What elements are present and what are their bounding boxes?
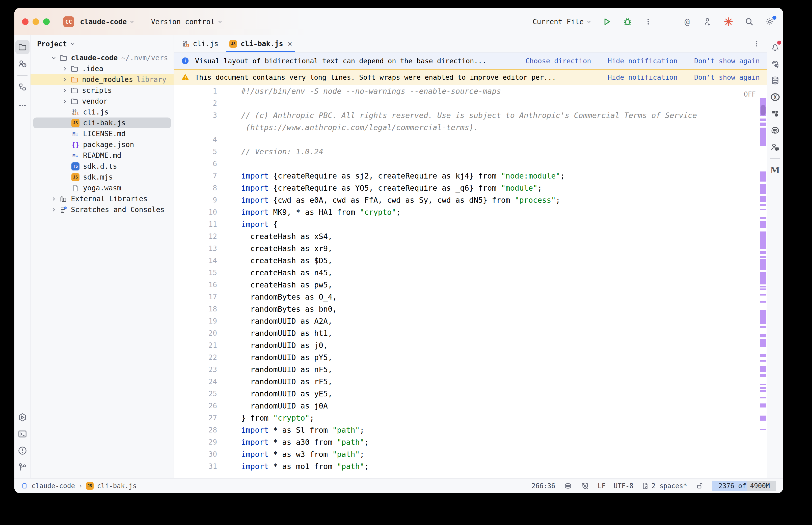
debug-button[interactable] [622, 16, 633, 27]
chevron-right-icon[interactable] [60, 98, 70, 104]
breadcrumb-file[interactable]: cli-bak.js [97, 482, 137, 490]
run-button[interactable] [601, 16, 612, 27]
chevron-right-icon[interactable] [60, 66, 70, 72]
code-line[interactable]: 9import {cwd as e0A, cwd as FfA, cwd as … [174, 194, 767, 206]
tree-item-vendor[interactable]: vendor [31, 96, 174, 107]
code-line[interactable]: 22 randomUUID as pY5, [174, 351, 767, 364]
chevron-right-icon[interactable] [49, 207, 59, 213]
tree-item-license-md[interactable]: M↓LICENSE.md [31, 128, 174, 139]
code-line[interactable]: 20 randomUUID as ht1, [174, 327, 767, 340]
problems-tool-button[interactable] [15, 444, 30, 458]
version-control-tool-button[interactable] [15, 460, 30, 474]
vcs-widget[interactable]: Version control [151, 18, 223, 26]
services-tool-button[interactable] [15, 410, 30, 424]
tree-item-package-json[interactable]: {}package.json [31, 139, 174, 150]
inspections-widget[interactable] [581, 481, 590, 491]
code-editor[interactable]: 1#!/usr/bin/env -S node --no-warnings --… [174, 85, 767, 478]
more-tool-windows-button[interactable] [15, 96, 30, 111]
code-line[interactable]: 13 createHash as xr9, [174, 243, 767, 255]
code-line[interactable]: 1#!/usr/bin/env -S node --no-warnings --… [174, 85, 767, 97]
settings-button[interactable] [764, 16, 776, 27]
tree-item-readme-md[interactable]: M↓README.md [31, 150, 174, 161]
choose-direction-link[interactable]: Choose direction [525, 57, 591, 65]
code-line[interactable]: 11import { [174, 219, 767, 230]
code-line[interactable]: 25 randomUUID as yE5, [174, 388, 767, 400]
code-line[interactable]: 15 createHash as n45, [174, 267, 767, 279]
maximize-window-button[interactable] [43, 18, 50, 25]
tree-item-yoga-wasm[interactable]: yoga.wasm [31, 183, 174, 193]
tree-item-claude-code[interactable]: claude-code~/.nvm/vers [31, 52, 174, 63]
chevron-right-icon[interactable] [49, 196, 59, 202]
code-line[interactable]: 30import * as w3 from "path"; [174, 448, 767, 461]
code-line[interactable]: 8import {createRequire as YQ5, createReq… [174, 182, 767, 194]
tree-item-sdk-d-ts[interactable]: TSsdk.d.ts [31, 161, 174, 172]
code-line[interactable]: 24 randomUUID as rF5, [174, 376, 767, 388]
close-tab-icon[interactable]: × [287, 39, 292, 48]
more-actions-button[interactable] [643, 16, 654, 27]
code-line[interactable]: 3// (c) Anthropic PBC. All rights reserv… [174, 109, 767, 122]
tree-item-scripts[interactable]: scripts [31, 85, 174, 96]
editor-scrollbar[interactable] [759, 85, 767, 478]
chevron-right-icon[interactable] [60, 77, 70, 83]
chevron-down-icon[interactable] [49, 55, 59, 61]
tree-item-external-libraries[interactable]: External Libraries [31, 193, 174, 204]
tree-item-scratches-and-consoles[interactable]: Scratches and Consoles [31, 204, 174, 215]
search-everywhere-button[interactable] [743, 16, 755, 27]
code-line[interactable]: 23 randomUUID as nF5, [174, 364, 767, 376]
code-line[interactable]: 31import * as mo1 from "path"; [174, 461, 767, 472]
ai-assistant-button[interactable] [768, 57, 782, 71]
hide-notification-link[interactable]: Hide notification [608, 73, 678, 81]
ai-spark-button[interactable] [723, 16, 734, 27]
maven-button[interactable]: M [768, 163, 782, 177]
dont-show-again-link[interactable]: Don't show again [694, 57, 760, 65]
plugin-blocks-button[interactable] [768, 107, 782, 121]
caret-position-widget[interactable]: 266:36 [532, 482, 556, 490]
code-line[interactable]: 27} from "crypto"; [174, 412, 767, 424]
code-line[interactable]: 18 randomBytes as bn0, [174, 303, 767, 315]
database-button[interactable] [768, 73, 782, 88]
code-line[interactable]: 2 [174, 97, 767, 109]
chevron-right-icon[interactable] [60, 88, 70, 93]
dont-show-again-link[interactable]: Don't show again [694, 73, 760, 81]
tab-options-button[interactable] [747, 35, 767, 52]
x-plugin-button[interactable]: X [768, 90, 782, 104]
close-window-button[interactable] [22, 18, 29, 25]
code-line[interactable]: 16 createHash as pw5, [174, 279, 767, 291]
chevron-down-icon[interactable] [70, 41, 75, 47]
code-line[interactable]: 12 createHash as xS4, [174, 230, 767, 243]
code-line[interactable]: 6 [174, 158, 767, 170]
commit-tool-button[interactable]: ? [15, 57, 30, 71]
project-tool-button[interactable] [15, 40, 30, 54]
code-line[interactable]: 21 randomUUID as j0, [174, 340, 767, 351]
line-separator-widget[interactable]: LF [598, 482, 606, 490]
mentions-button[interactable]: @ [681, 16, 693, 27]
code-line[interactable]: 28import * as Sl from "path"; [174, 424, 767, 436]
code-line[interactable]: 4 [174, 134, 767, 146]
terminal-tool-button[interactable] [15, 427, 30, 441]
code-line[interactable]: 19 randomUUID as A2A, [174, 315, 767, 327]
tab-cli-js[interactable]: 100JS cli.js [177, 35, 224, 52]
memory-indicator[interactable]: 2376 of 4900M [712, 481, 776, 491]
tab-cli-bak-js[interactable]: JS cli-bak.js × [224, 35, 298, 52]
code-line[interactable]: 7import {createRequire as sj2, createReq… [174, 170, 767, 182]
tree-item-cli-bak-js[interactable]: JScli-bak.js [33, 118, 171, 128]
tree-item--idea[interactable]: .idea [31, 63, 174, 74]
code-line[interactable]: 10import MK9, * as HA1 from "crypto"; [174, 206, 767, 219]
readonly-lock-widget[interactable] [695, 481, 704, 491]
code-line[interactable]: (https://www.anthropic.com/legal/commerc… [174, 122, 767, 134]
code-line[interactable]: 14 createHash as $D5, [174, 255, 767, 267]
project-widget[interactable]: CC claude-code [63, 16, 135, 27]
tree-item-node-modules[interactable]: node_moduleslibrary [31, 74, 174, 85]
tree-item-cli-js[interactable]: 100JScli.js [31, 107, 174, 118]
run-configuration-selector[interactable]: Current File [533, 18, 592, 26]
code-with-me-button[interactable] [702, 16, 713, 27]
code-line[interactable]: 17 randomBytes as O_4, [174, 291, 767, 303]
code-review-button[interactable] [768, 140, 782, 154]
github-copilot-button[interactable] [768, 123, 782, 137]
tree-item-sdk-mjs[interactable]: JSsdk.mjs [31, 172, 174, 183]
indent-widget[interactable]: 2 spaces* [641, 482, 687, 490]
scrollbar-thumb[interactable] [761, 105, 766, 116]
structure-tool-button[interactable] [15, 80, 30, 94]
hide-notification-link[interactable]: Hide notification [608, 57, 678, 65]
notifications-button[interactable] [768, 40, 782, 54]
